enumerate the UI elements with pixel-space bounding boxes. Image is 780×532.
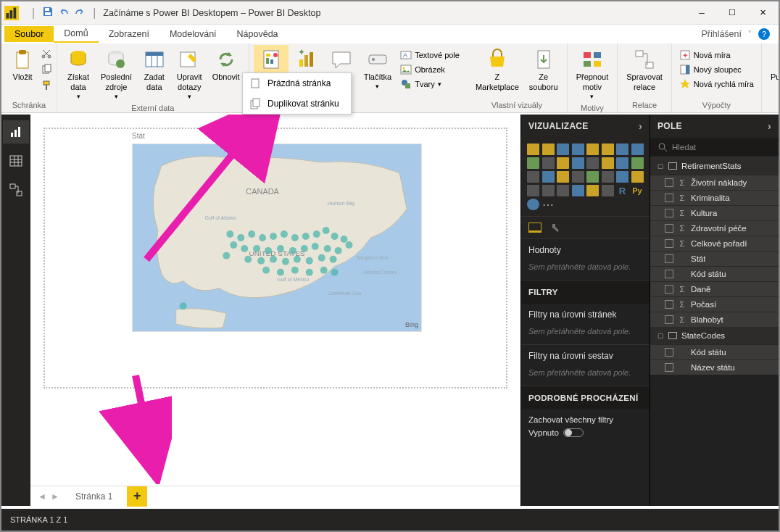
viz-more[interactable]: ⋯ <box>542 199 555 210</box>
quick-measure-button[interactable]: Nová rychlá míra <box>676 77 757 91</box>
viz-stacked-col[interactable] <box>542 144 555 155</box>
field-checkbox[interactable] <box>665 239 673 248</box>
viz-powerapps[interactable] <box>586 185 599 196</box>
field-row[interactable]: ΣPočasí <box>650 296 779 312</box>
viz-table[interactable] <box>542 185 555 196</box>
prev-page-button[interactable]: ◄ <box>36 489 48 504</box>
duplicate-page-item[interactable]: Duplikovat stránku <box>243 93 351 114</box>
page-tab-1[interactable]: Stránka 1 <box>62 489 125 504</box>
field-checkbox[interactable] <box>665 315 673 324</box>
field-row[interactable]: Název státu <box>650 359 779 375</box>
viz-python[interactable]: Py <box>631 185 644 196</box>
copy-icon[interactable] <box>41 64 52 77</box>
maximize-button[interactable]: ☐ <box>719 3 745 23</box>
menu-modeling[interactable]: Modelování <box>159 26 227 42</box>
menu-home[interactable]: Domů <box>54 25 98 43</box>
field-row[interactable]: ΣKultura <box>650 205 779 220</box>
table-StateCodes[interactable]: ▢StateCodes <box>650 327 779 344</box>
signin-link[interactable]: Přihlášení <box>701 29 742 39</box>
enter-data-button[interactable]: Zadat data <box>138 45 171 96</box>
image-button[interactable]: Obrázek <box>397 62 462 77</box>
menu-view[interactable]: Zobrazení <box>99 26 159 42</box>
viz-stacked-area[interactable] <box>527 157 539 169</box>
viz-combo1[interactable] <box>542 157 555 169</box>
recent-sources-button[interactable]: Poslední zdroje▾ <box>96 45 136 104</box>
add-page-button[interactable]: + <box>127 486 147 507</box>
field-checkbox[interactable] <box>665 224 673 233</box>
field-checkbox[interactable] <box>665 254 673 263</box>
field-row[interactable]: ΣKriminalita <box>650 190 779 205</box>
keep-filters-toggle[interactable]: Vypnuto <box>528 428 584 437</box>
viz-matrix[interactable] <box>557 185 569 196</box>
save-icon[interactable] <box>42 6 54 20</box>
field-checkbox[interactable] <box>665 348 673 357</box>
collapse-fields-icon[interactable]: › <box>768 120 771 132</box>
data-view-button[interactable] <box>3 149 29 173</box>
fields-search[interactable]: Hledat <box>650 138 779 157</box>
field-row[interactable]: Kód státu <box>650 344 779 359</box>
field-checkbox[interactable] <box>665 194 673 202</box>
viz-kpi[interactable] <box>631 171 644 183</box>
new-column-button[interactable]: Nový sloupec <box>676 62 757 77</box>
viz-key-influencers[interactable] <box>602 185 614 196</box>
values-drop-zone[interactable]: Sem přetáhněte datová pole. <box>528 259 642 274</box>
viz-gauge[interactable] <box>586 171 599 183</box>
viz-clustered-bar[interactable] <box>557 144 569 155</box>
new-measure-button[interactable]: ✦Nová míra <box>676 48 757 62</box>
minimize-button[interactable]: ─ <box>689 3 715 23</box>
viz-shape-map[interactable] <box>527 199 539 210</box>
viz-100-bar[interactable] <box>586 144 599 155</box>
map-visual[interactable]: CANADA UNITED STATES Hudson Bay Gulf of … <box>132 144 422 332</box>
viz-filled-map[interactable] <box>557 171 569 183</box>
field-row[interactable]: ΣBlahobyt <box>650 312 779 327</box>
viz-100-col[interactable] <box>602 144 614 155</box>
field-checkbox[interactable] <box>665 285 673 294</box>
viz-clustered-col[interactable] <box>572 144 584 155</box>
viz-multi-card[interactable] <box>616 171 628 183</box>
menu-file[interactable]: Soubor <box>4 26 54 42</box>
viz-scatter[interactable] <box>602 157 614 169</box>
marketplace-button[interactable]: Z Marketplace <box>471 45 523 96</box>
refresh-button[interactable]: Obnovit <box>208 45 244 86</box>
field-checkbox[interactable] <box>665 178 673 187</box>
format-tab-icon[interactable] <box>550 223 563 233</box>
report-page[interactable]: Stát CANADA UNITED STATES Hudson Bay Gul… <box>43 128 507 388</box>
page-filters-drop[interactable]: Sem přetáhněte datová pole. <box>528 324 642 338</box>
get-data-button[interactable]: Získat data▾ <box>62 45 95 104</box>
viz-line[interactable] <box>616 144 628 155</box>
collapse-viz-icon[interactable]: › <box>639 120 642 132</box>
viz-waterfall[interactable] <box>586 157 599 169</box>
viz-funnel[interactable] <box>572 171 584 183</box>
close-button[interactable]: ✕ <box>750 3 776 23</box>
report-view-button[interactable] <box>3 120 29 144</box>
field-row[interactable]: Stát <box>650 251 779 266</box>
paste-button[interactable]: Vložit <box>6 45 39 86</box>
model-view-button[interactable] <box>3 178 29 201</box>
field-checkbox[interactable] <box>665 209 673 217</box>
undo-icon[interactable] <box>58 6 70 20</box>
viz-ribbon[interactable] <box>572 157 584 169</box>
field-row[interactable]: Kód státu <box>650 266 779 281</box>
edit-queries-button[interactable]: Upravit dotazy▾ <box>173 45 207 104</box>
cut-icon[interactable] <box>41 48 52 61</box>
buttons-button[interactable]: Tlačítka▾ <box>360 45 397 93</box>
fields-tab-icon[interactable] <box>528 223 542 233</box>
field-checkbox[interactable] <box>665 363 673 372</box>
viz-donut[interactable] <box>631 157 644 169</box>
menu-help[interactable]: Nápověda <box>227 26 289 42</box>
shapes-button[interactable]: Tvary ▾ <box>397 77 462 91</box>
field-row[interactable]: ΣCelkové pořadí <box>650 236 779 251</box>
viz-combo2[interactable] <box>557 157 569 169</box>
field-row[interactable]: ΣZdravotní péče <box>650 220 779 236</box>
field-row[interactable]: ΣŽivotní náklady <box>650 175 779 190</box>
viz-r[interactable]: R <box>616 185 628 196</box>
field-checkbox[interactable] <box>665 270 673 278</box>
field-row[interactable]: ΣDaně <box>650 281 779 296</box>
viz-card[interactable] <box>602 171 614 183</box>
viz-area[interactable] <box>631 144 644 155</box>
help-icon[interactable]: ? <box>758 28 770 40</box>
table-RetirementStats[interactable]: ▢RetirementStats <box>650 157 779 175</box>
redo-icon[interactable] <box>74 6 86 20</box>
viz-arcgis[interactable] <box>572 185 584 196</box>
next-page-button[interactable]: ► <box>49 489 61 504</box>
